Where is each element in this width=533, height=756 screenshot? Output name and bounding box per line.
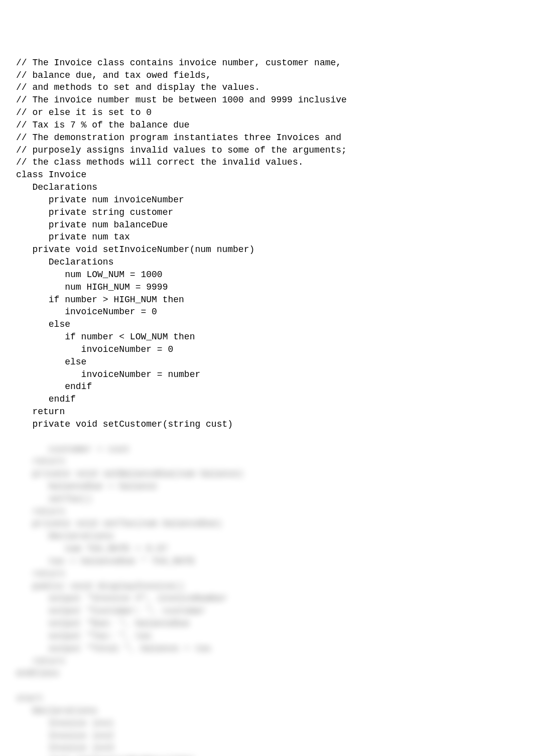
code-page: // The Invoice class contains invoice nu… (0, 0, 533, 756)
code-blurred-block: customer = cust return private void setB… (16, 443, 517, 757)
code-clear-block: // The Invoice class contains invoice nu… (16, 57, 517, 431)
